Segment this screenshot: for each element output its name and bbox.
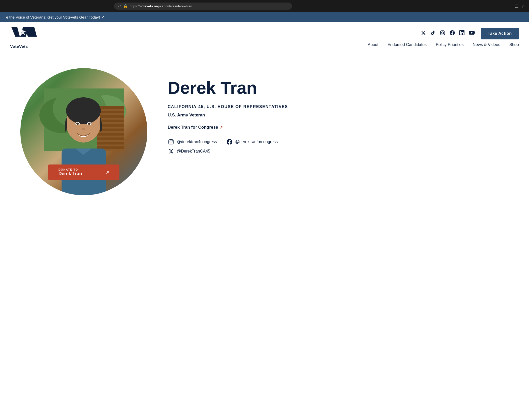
tiktok-icon[interactable] xyxy=(430,30,435,37)
x-twitter-link-icon xyxy=(168,149,174,154)
url-display: https://votevets.org/candidates/derek-tr… xyxy=(130,4,288,8)
svg-rect-19 xyxy=(97,133,124,136)
nav-about[interactable]: About xyxy=(368,42,378,47)
instagram-icon[interactable] xyxy=(440,30,445,37)
bookmarks-icon[interactable]: ☰ xyxy=(515,4,518,9)
x-twitter-handle: @DerekTranCA45 xyxy=(177,149,210,154)
logo-tagline: VoteVets xyxy=(10,44,28,49)
candidate-district: California-45, U.S. House of Representat… xyxy=(168,104,310,109)
browser-actions: ☰ ☆ xyxy=(515,4,525,9)
address-bar[interactable]: 🛡 🔒 https://votevets.org/candidates/dere… xyxy=(114,3,292,10)
external-link-arrow: ↗ xyxy=(220,125,223,130)
donate-candidate-name: Derek Tran xyxy=(58,171,82,176)
facebook-icon[interactable] xyxy=(450,30,455,37)
star-icon[interactable]: ☆ xyxy=(521,4,525,9)
social-icons-group xyxy=(421,30,475,37)
candidate-service: U.S. Army Veteran xyxy=(168,113,310,118)
candidate-social-links: @derektran4congress @derektranforcongres… xyxy=(168,139,310,154)
candidate-photo-container: DONATE TO Derek Tran ↗ xyxy=(20,68,147,195)
svg-point-27 xyxy=(76,123,79,125)
svg-point-6 xyxy=(441,32,443,34)
instagram-handle: @derektran4congress xyxy=(177,140,217,144)
candidate-name: Derek Tran xyxy=(168,78,310,97)
svg-rect-5 xyxy=(440,31,445,35)
svg-rect-15 xyxy=(97,115,124,118)
site-header: VoteVets xyxy=(0,22,529,53)
campaign-website-link[interactable]: Derek Tran for Congress ↗ xyxy=(168,125,223,130)
votevets-logo xyxy=(10,26,38,44)
x-twitter-link[interactable]: @DerekTranCA45 xyxy=(168,149,310,154)
svg-point-33 xyxy=(172,140,173,141)
youtube-icon[interactable] xyxy=(469,31,475,36)
campaign-link-label: Derek Tran for Congress xyxy=(168,125,218,130)
shield-icon: 🛡 xyxy=(118,4,121,8)
announcement-banner[interactable]: e the Voice of Veterans: Get your VoteVe… xyxy=(0,12,529,22)
svg-point-28 xyxy=(88,123,91,125)
facebook-link[interactable]: @derektranforcongress xyxy=(226,139,278,145)
nav-shop[interactable]: Shop xyxy=(509,42,519,47)
svg-point-32 xyxy=(170,141,172,143)
svg-point-24 xyxy=(66,97,101,124)
header-right: Take Action About Endorsed Candidates Po… xyxy=(368,28,519,47)
svg-marker-0 xyxy=(11,27,20,37)
donate-button[interactable]: DONATE TO Derek Tran ↗ xyxy=(48,164,119,180)
browser-chrome: 🛡 🔒 https://votevets.org/candidates/dere… xyxy=(0,0,529,12)
main-navigation: About Endorsed Candidates Policy Priorit… xyxy=(368,42,519,47)
nav-policy-priorities[interactable]: Policy Priorities xyxy=(436,42,463,47)
take-action-button[interactable]: Take Action xyxy=(481,28,519,39)
donate-to-label: DONATE TO xyxy=(58,168,82,171)
svg-rect-14 xyxy=(97,111,124,114)
svg-rect-31 xyxy=(169,140,173,144)
banner-text: e the Voice of Veterans: Get your VoteVe… xyxy=(6,15,100,19)
x-twitter-icon[interactable] xyxy=(421,30,426,37)
facebook-link-icon xyxy=(226,139,233,145)
donate-arrow-icon: ↗ xyxy=(105,170,109,175)
facebook-handle: @derektranforcongress xyxy=(235,140,278,144)
svg-rect-20 xyxy=(97,138,124,140)
candidate-info: Derek Tran California-45, U.S. House of … xyxy=(168,68,310,154)
social-row-top: @derektran4congress @derektranforcongres… xyxy=(168,139,310,145)
lock-icon: 🔒 xyxy=(123,4,128,8)
nav-endorsed-candidates[interactable]: Endorsed Candidates xyxy=(387,42,427,47)
instagram-link-icon xyxy=(168,139,174,145)
svg-rect-13 xyxy=(97,106,124,109)
nav-news-videos[interactable]: News & Videos xyxy=(473,42,500,47)
main-content: DONATE TO Derek Tran ↗ Derek Tran Califo… xyxy=(0,53,330,216)
logo-area[interactable]: VoteVets xyxy=(10,26,38,49)
svg-point-7 xyxy=(443,32,444,32)
linkedin-icon[interactable] xyxy=(459,30,464,37)
banner-arrow: ↗ xyxy=(101,15,105,19)
svg-rect-21 xyxy=(97,142,124,145)
svg-point-29 xyxy=(82,128,85,130)
instagram-link[interactable]: @derektran4congress xyxy=(168,139,217,145)
